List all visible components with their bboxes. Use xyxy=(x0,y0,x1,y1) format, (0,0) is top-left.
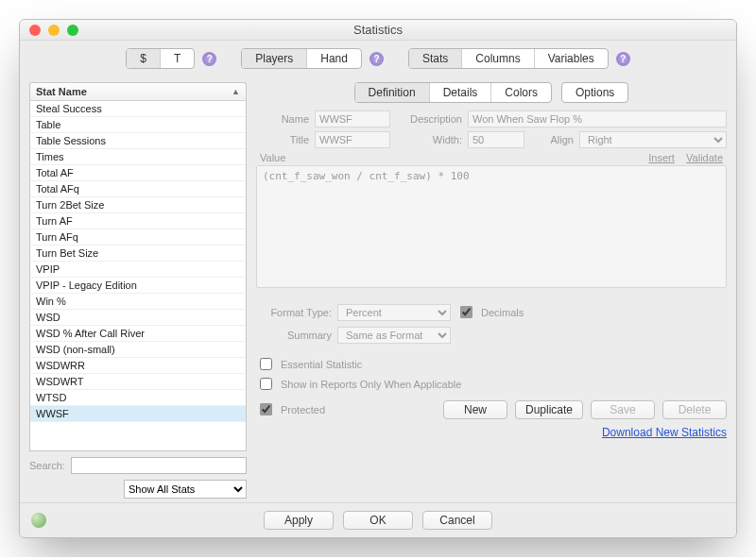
name-field[interactable] xyxy=(315,110,390,127)
window-title: Statistics xyxy=(20,23,736,37)
search-input[interactable] xyxy=(71,457,247,474)
detail-tabs-options: Options xyxy=(561,82,628,103)
titlebar: Statistics xyxy=(20,20,736,41)
stat-list-header[interactable]: Stat Name ▲ xyxy=(29,82,247,101)
validate-link[interactable]: Validate xyxy=(686,152,723,163)
width-label: Width: xyxy=(396,134,462,145)
list-item[interactable]: Turn 2Bet Size xyxy=(30,197,246,213)
detail-panel: Definition Details Colors Options Name D… xyxy=(256,82,727,499)
list-item[interactable]: Win % xyxy=(30,294,246,310)
list-item[interactable]: Steal Success xyxy=(30,101,246,117)
view-segment: Stats Columns Variables xyxy=(408,48,609,69)
globe-icon[interactable] xyxy=(31,513,46,528)
scope-hand[interactable]: Hand xyxy=(307,49,361,68)
tab-definition[interactable]: Definition xyxy=(355,83,430,102)
mode-segment: $ T xyxy=(126,48,195,69)
apply-button[interactable]: Apply xyxy=(264,511,334,530)
protected-checkbox[interactable]: Protected xyxy=(256,400,325,418)
decimals-check-input[interactable] xyxy=(460,306,472,318)
show-in-reports-checkbox[interactable]: Show in Reports Only When Applicable xyxy=(256,375,727,393)
show-in-reports-check-input[interactable] xyxy=(260,378,272,390)
list-item[interactable]: Turn AF xyxy=(30,213,246,229)
align-label: Align xyxy=(530,134,574,145)
protected-check-input[interactable] xyxy=(260,403,272,415)
help-icon[interactable]: ? xyxy=(616,52,630,66)
filter-select[interactable]: Show All Stats xyxy=(124,480,247,499)
description-label: Description xyxy=(396,113,462,125)
title-field[interactable] xyxy=(315,131,390,148)
mode-text[interactable]: T xyxy=(161,49,194,68)
footer: Apply OK Cancel xyxy=(20,502,736,537)
list-item[interactable]: WSD % After Call River xyxy=(30,326,246,342)
tab-colors[interactable]: Colors xyxy=(491,83,551,102)
stat-list[interactable]: Steal SuccessTableTable SessionsTimesTot… xyxy=(29,101,247,451)
ok-button[interactable]: OK xyxy=(343,511,413,530)
format-type-select[interactable]: Percent xyxy=(337,304,451,321)
mode-dollar[interactable]: $ xyxy=(127,49,161,68)
list-item[interactable]: WSD xyxy=(30,310,246,326)
view-columns[interactable]: Columns xyxy=(462,49,534,68)
list-item[interactable]: WSD (non-small) xyxy=(30,342,246,358)
list-item[interactable]: VPIP - Legacy Edition xyxy=(30,278,246,294)
list-item[interactable]: Turn AFq xyxy=(30,229,246,246)
value-expression[interactable]: (cnt_f_saw_won / cnt_f_saw) * 100 xyxy=(256,165,727,288)
statistics-window: Statistics $ T ? Players Hand ? Stats Co… xyxy=(19,19,737,538)
download-stats-link[interactable]: Download New Statistics xyxy=(602,426,727,439)
list-item[interactable]: Times xyxy=(30,149,246,165)
summary-select[interactable]: Same as Format xyxy=(337,327,451,344)
view-variables[interactable]: Variables xyxy=(535,49,608,68)
list-item[interactable]: Total AFq xyxy=(30,181,246,197)
list-item[interactable]: Table xyxy=(30,117,246,133)
stat-list-panel: Stat Name ▲ Steal SuccessTableTable Sess… xyxy=(29,82,247,499)
save-button[interactable]: Save xyxy=(591,400,655,419)
essential-check-input[interactable] xyxy=(260,358,272,370)
scope-segment: Players Hand xyxy=(241,48,362,69)
scope-players[interactable]: Players xyxy=(242,49,307,68)
detail-tabs: Definition Details Colors xyxy=(354,82,552,103)
insert-link[interactable]: Insert xyxy=(648,152,675,163)
align-select[interactable]: Right xyxy=(579,131,727,148)
summary-label: Summary xyxy=(256,330,332,341)
sort-indicator-icon: ▲ xyxy=(232,87,240,96)
description-field[interactable] xyxy=(468,110,727,127)
list-item[interactable]: WSDWRT xyxy=(30,374,246,390)
delete-button[interactable]: Delete xyxy=(662,400,727,419)
decimals-checkbox[interactable]: Decimals xyxy=(456,303,524,321)
stat-list-header-label: Stat Name xyxy=(36,86,87,97)
new-button[interactable]: New xyxy=(443,400,507,419)
cancel-button[interactable]: Cancel xyxy=(422,511,492,530)
name-label: Name xyxy=(256,113,309,125)
help-icon[interactable]: ? xyxy=(202,52,216,66)
list-item[interactable]: WWSF xyxy=(30,406,246,422)
toolbar: $ T ? Players Hand ? Stats Columns Varia… xyxy=(20,41,736,75)
tab-options[interactable]: Options xyxy=(562,83,627,102)
list-item[interactable]: VPIP xyxy=(30,262,246,278)
list-item[interactable]: WSDWRR xyxy=(30,358,246,374)
width-field[interactable] xyxy=(468,131,524,148)
title-label: Title xyxy=(256,134,309,145)
list-item[interactable]: Turn Bet Size xyxy=(30,246,246,262)
essential-checkbox[interactable]: Essential Statistic xyxy=(256,355,727,373)
duplicate-button[interactable]: Duplicate xyxy=(515,400,583,419)
format-type-label: Format Type: xyxy=(256,307,332,318)
list-item[interactable]: Table Sessions xyxy=(30,133,246,149)
value-label: Value xyxy=(260,152,285,163)
list-item[interactable]: WTSD xyxy=(30,390,246,406)
help-icon[interactable]: ? xyxy=(369,52,384,66)
search-label: Search: xyxy=(29,460,65,471)
list-item[interactable]: Total AF xyxy=(30,165,246,181)
view-stats[interactable]: Stats xyxy=(409,49,462,68)
tab-details[interactable]: Details xyxy=(430,83,492,102)
